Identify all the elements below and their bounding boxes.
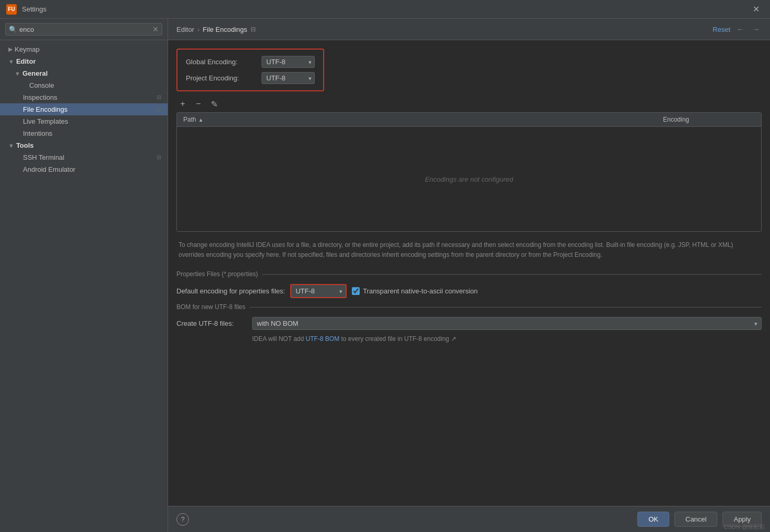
project-encoding-select-wrap: UTF-8 UTF-16 ISO-8859-1 [262,72,315,84]
close-button[interactable]: ✕ [749,2,764,16]
transparent-checkbox-wrap: Transparent native-to-ascii conversion [352,287,478,295]
sidebar-item-file-encodings[interactable]: File Encodings ⊟ [0,103,168,115]
titlebar: FU Settings ✕ [0,0,770,19]
bom-section-label: BOM for new UTF-8 files [176,303,245,311]
sidebar-item-label: SSH Terminal [23,153,64,161]
default-encoding-row: Default encoding for properties files: U… [176,284,762,298]
add-button[interactable]: + [176,98,189,110]
table-body: Encodings are not configured [177,127,761,231]
sidebar-nav: ▶ Keymap ▼ Editor ▼ General Console Insp… [0,40,168,179]
breadcrumb-current: File Encodings [203,26,247,33]
sidebar-item-label: Android Emulator [23,165,75,173]
table-empty-text: Encodings are not configured [425,175,513,183]
panel-content: Global Encoding: UTF-8 UTF-16 ISO-8859-1… [168,40,770,506]
properties-section-divider: Properties Files (*.properties) [176,270,762,278]
search-clear-button[interactable]: ✕ [152,25,159,33]
sidebar-item-label: Tools [16,141,34,149]
breadcrumb: Editor › File Encodings ⊟ [176,26,713,33]
encoding-box: Global Encoding: UTF-8 UTF-16 ISO-8859-1… [176,49,324,91]
properties-section-label: Properties Files (*.properties) [176,270,258,278]
sidebar-item-ssh-terminal[interactable]: SSH Terminal ⊟ [0,151,168,163]
sidebar-item-label: General [22,69,48,77]
sidebar-item-label: Intentions [23,129,52,137]
sort-icon: ▲ [198,117,204,123]
search-input[interactable] [19,26,152,33]
breadcrumb-icon: ⊟ [251,26,256,33]
ok-button[interactable]: OK [637,512,669,527]
project-encoding-select[interactable]: UTF-8 UTF-16 ISO-8859-1 [262,72,315,84]
sidebar-item-label: Inspections [23,93,57,101]
bom-section-divider: BOM for new UTF-8 files [176,303,762,311]
settings-icon: ⊟ [157,106,161,113]
bottom-bar: ? OK Cancel Apply [168,506,770,532]
back-button[interactable]: ← [735,24,746,34]
project-encoding-label: Project Encoding: [186,74,262,82]
breadcrumb-parent: Editor [176,26,194,33]
window-title: Settings [22,5,749,13]
default-encoding-label: Default encoding for properties files: [176,287,285,295]
sidebar-item-label: Keymap [15,45,40,53]
sidebar-item-keymap[interactable]: ▶ Keymap [0,43,168,55]
bom-select-wrap: with NO BOM with BOM [252,317,762,330]
sidebar-item-label: Console [29,81,54,89]
encodings-table: Path ▲ Encoding Encodings are not config… [176,112,762,232]
info-text: To change encoding IntelliJ IDEA uses fo… [176,240,762,260]
bom-divider-line [250,307,762,308]
sidebar-item-label: Editor [16,57,36,65]
sidebar-item-live-templates[interactable]: Live Templates [0,115,168,127]
panel-header: Editor › File Encodings ⊟ Reset ← → [168,19,770,40]
search-input-wrap[interactable]: 🔍 ✕ [5,23,162,36]
bom-info-text: IDEA will NOT add UTF-8 BOM to every cre… [252,335,762,342]
expand-icon: ▼ [8,58,14,65]
search-icon: 🔍 [9,26,17,33]
sidebar-item-label: Live Templates [23,117,68,125]
watermark: CSDN @陈彩彩 [724,523,765,531]
bom-select[interactable]: with NO BOM with BOM [252,317,762,330]
search-bar: 🔍 ✕ [0,19,168,40]
bom-create-label: Create UTF-8 files: [176,320,252,327]
remove-button[interactable]: − [192,98,205,110]
bom-create-row: Create UTF-8 files: with NO BOM with BOM [176,317,762,330]
settings-icon: ⊟ [157,94,161,101]
properties-encoding-select[interactable]: UTF-8 ISO-8859-1 UTF-16 [290,284,347,298]
breadcrumb-separator: › [197,26,199,33]
project-encoding-row: Project Encoding: UTF-8 UTF-16 ISO-8859-… [186,72,315,84]
sidebar-item-inspections[interactable]: Inspections ⊟ [0,91,168,103]
global-encoding-label: Global Encoding: [186,58,262,66]
right-panel: Editor › File Encodings ⊟ Reset ← → Glob… [168,19,770,532]
transparent-label: Transparent native-to-ascii conversion [363,287,478,295]
divider-line [262,274,762,275]
edit-button[interactable]: ✎ [208,98,220,110]
sidebar-item-console[interactable]: Console [0,79,168,91]
properties-encoding-select-wrap: UTF-8 ISO-8859-1 UTF-16 [290,284,347,298]
table-toolbar: + − ✎ [176,98,762,110]
sidebar-item-tools[interactable]: ▼ Tools [0,139,168,151]
global-encoding-row: Global Encoding: UTF-8 UTF-16 ISO-8859-1 [186,56,315,68]
cancel-button[interactable]: Cancel [674,512,717,527]
reset-button[interactable]: Reset [713,26,730,33]
expand-icon: ▼ [15,70,20,77]
settings-icon: ⊟ [157,154,161,161]
global-encoding-select-wrap: UTF-8 UTF-16 ISO-8859-1 [262,56,315,68]
expand-icon: ▶ [8,46,13,53]
panel-actions: Reset ← → [713,24,762,34]
sidebar-item-android-emulator[interactable]: Android Emulator [0,163,168,175]
global-encoding-select[interactable]: UTF-8 UTF-16 ISO-8859-1 [262,56,315,68]
encoding-column-header: Encoding [657,116,761,123]
app-icon: FU [6,4,17,15]
sidebar-item-general[interactable]: ▼ General [0,67,168,79]
transparent-checkbox[interactable] [352,287,360,295]
sidebar-item-intentions[interactable]: Intentions [0,127,168,139]
forward-button[interactable]: → [750,24,762,34]
help-button[interactable]: ? [176,513,189,526]
expand-icon: ▼ [8,143,14,149]
table-header: Path ▲ Encoding [177,113,761,127]
bom-info-link[interactable]: UTF-8 BOM [305,335,339,342]
main-layout: 🔍 ✕ ▶ Keymap ▼ Editor ▼ General [0,19,770,532]
sidebar-item-label: File Encodings [23,105,67,113]
sidebar-item-editor[interactable]: ▼ Editor [0,55,168,67]
path-column-header[interactable]: Path ▲ [177,116,657,123]
sidebar: 🔍 ✕ ▶ Keymap ▼ Editor ▼ General [0,19,168,532]
